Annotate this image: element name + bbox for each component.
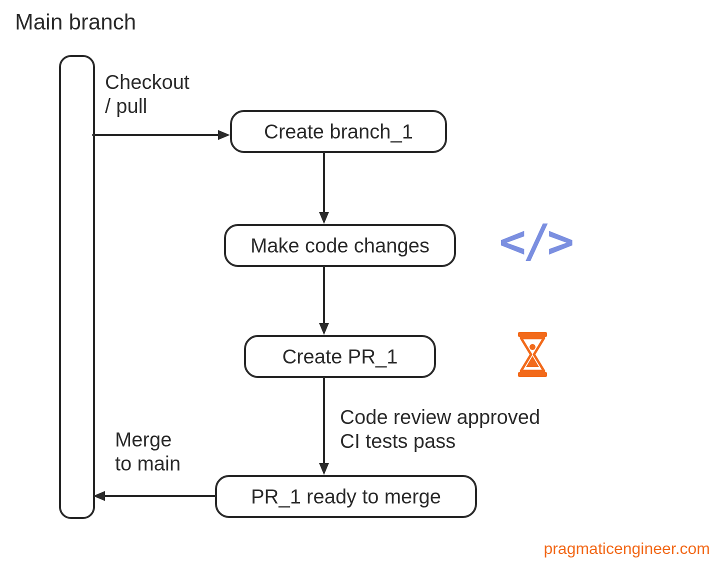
svg-rect-10 [518,332,547,337]
diagram-canvas: Main branch Create branch_1 Make code ch… [0,0,728,570]
arrow-merge-to-main [93,490,215,505]
hourglass-icon [515,332,550,377]
code-icon: </> [499,215,572,268]
node-label: PR_1 ready to merge [251,486,441,508]
node-create-branch: Create branch_1 [230,110,447,153]
node-label: Create PR_1 [282,346,398,368]
arrow-checkout [93,129,230,144]
svg-point-12 [530,344,536,350]
node-label: Make code changes [250,234,430,257]
arrow-to-create-pr [318,267,333,335]
node-create-pr: Create PR_1 [244,335,436,378]
diagram-title: Main branch [15,9,136,36]
main-branch-box [59,55,95,519]
svg-marker-1 [218,130,230,140]
edge-label-review: Code review approved CI tests pass [340,405,540,453]
svg-marker-7 [319,463,329,475]
svg-marker-5 [319,323,329,335]
arrow-to-make-changes [318,153,333,224]
arrow-to-ready-merge [318,378,333,475]
svg-rect-11 [518,372,547,377]
edge-label-checkout: Checkout / pull [105,70,190,118]
node-ready-merge: PR_1 ready to merge [215,475,477,518]
svg-marker-9 [93,491,105,501]
svg-marker-3 [319,212,329,224]
watermark: pragmaticengineer.com [544,540,710,558]
node-make-changes: Make code changes [224,224,456,267]
node-label: Create branch_1 [264,120,413,143]
edge-label-merge: Merge to main [115,428,180,476]
